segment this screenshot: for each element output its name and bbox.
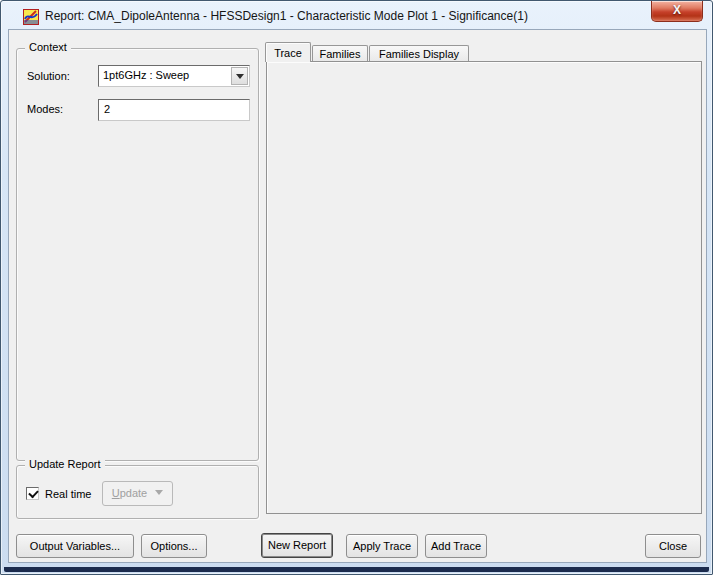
output-variables-label: Output Variables...: [30, 540, 120, 552]
output-variables-button[interactable]: Output Variables...: [16, 534, 134, 558]
new-report-label: New Report: [268, 539, 326, 551]
tab-trace[interactable]: Trace: [265, 42, 311, 62]
chevron-down-icon: [155, 490, 163, 499]
real-time-label: Real time: [45, 488, 91, 500]
tab-trace-label: Trace: [274, 47, 302, 59]
window-bottom-edge: [4, 567, 709, 572]
solution-dropdown[interactable]: 1pt6GHz : Sweep: [98, 65, 250, 87]
apply-trace-button[interactable]: Apply Trace: [346, 534, 418, 558]
tab-families-label: Families: [320, 48, 361, 60]
close-dialog-button[interactable]: Close: [645, 534, 701, 558]
update-button: Update: [102, 481, 173, 506]
options-label: Options...: [150, 540, 197, 552]
real-time-checkbox[interactable]: [26, 487, 39, 500]
modes-input[interactable]: 2: [98, 99, 250, 121]
solution-value: 1pt6GHz : Sweep: [103, 69, 189, 81]
close-button[interactable]: X: [651, 1, 703, 22]
add-trace-label: Add Trace: [431, 540, 481, 552]
report-chart-icon: [23, 9, 39, 25]
window-title: Report: CMA_DipoleAntenna - HFSSDesign1 …: [45, 9, 528, 23]
add-trace-button[interactable]: Add Trace: [425, 534, 487, 558]
tab-families-display-label: Families Display: [379, 48, 459, 60]
close-icon: X: [673, 3, 681, 17]
modes-label: Modes:: [27, 103, 63, 115]
chevron-down-icon[interactable]: [231, 67, 248, 85]
tab-families[interactable]: Families: [312, 45, 368, 61]
update-report-group-label: Update Report: [25, 458, 105, 470]
apply-trace-label: Apply Trace: [353, 540, 411, 552]
modes-value: 2: [104, 103, 110, 115]
context-group-label: Context: [25, 41, 71, 53]
solution-label: Solution:: [27, 70, 70, 82]
options-button[interactable]: Options...: [141, 534, 207, 558]
tab-families-display[interactable]: Families Display: [369, 45, 469, 61]
trace-tab-page: [266, 61, 702, 514]
report-dialog: Report: CMA_DipoleAntenna - HFSSDesign1 …: [0, 0, 713, 575]
new-report-button[interactable]: New Report: [261, 533, 333, 558]
close-dialog-label: Close: [659, 540, 687, 552]
update-button-label: Update: [112, 482, 147, 505]
